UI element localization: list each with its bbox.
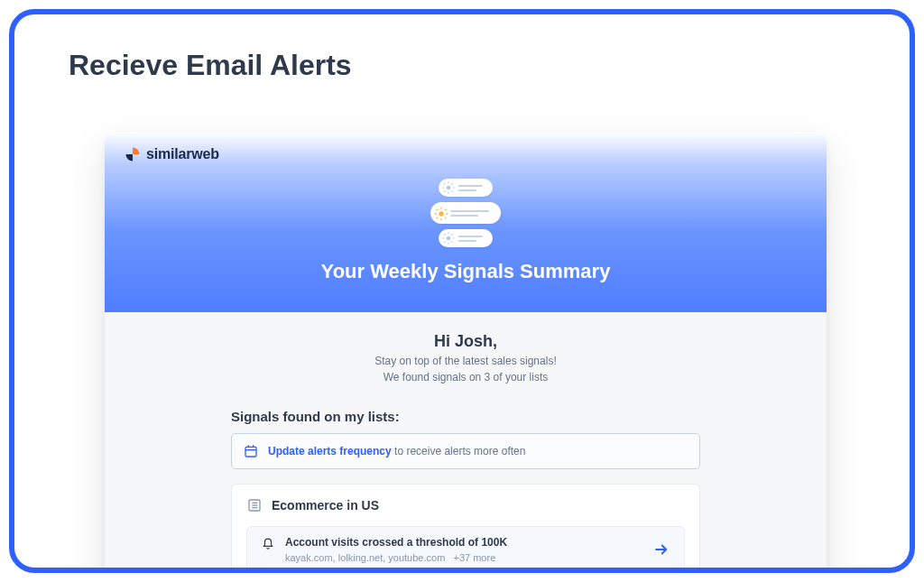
sun-icon xyxy=(434,207,447,219)
illustration-pill xyxy=(439,229,493,247)
svg-line-8 xyxy=(444,191,445,192)
illustration-pill-active xyxy=(430,202,501,224)
svg-line-25 xyxy=(452,242,453,243)
signal-item[interactable]: Account visits crossed a threshold of 10… xyxy=(246,526,685,573)
signal-item-more-count: +37 more xyxy=(453,552,495,563)
svg-line-15 xyxy=(437,209,438,210)
signals-section-label: Signals found on my lists: xyxy=(231,409,700,424)
greeting-subline-1: Stay on top of the latest sales signals! xyxy=(141,355,790,367)
email-body: Hi Josh, Stay on top of the latest sales… xyxy=(105,312,827,573)
email-preview-card: similarweb xyxy=(105,132,827,573)
list-icon xyxy=(246,497,263,513)
page-title: Recieve Email Alerts xyxy=(14,14,910,82)
update-frequency-rest: to receive alerts more often xyxy=(394,445,525,457)
signal-item-domains: kayak.com, lolking.net, youtube.com +37 … xyxy=(285,552,507,563)
email-header-title: Your Weekly Signals Summary xyxy=(105,260,827,283)
open-signal-arrow-button[interactable] xyxy=(651,540,671,559)
signal-item-title: Account visits crossed a threshold of 10… xyxy=(285,536,507,549)
product-screenshot-frame: Recieve Email Alerts similarweb xyxy=(9,9,915,573)
illustration-pill xyxy=(439,179,493,197)
svg-point-19 xyxy=(447,236,451,241)
email-header: similarweb xyxy=(105,132,827,312)
svg-line-18 xyxy=(445,209,446,210)
brand-logo-lockup: similarweb xyxy=(125,146,219,162)
svg-line-16 xyxy=(445,217,446,218)
svg-line-7 xyxy=(452,191,453,192)
signal-list-title: Ecommerce in US xyxy=(272,498,379,513)
calendar-icon xyxy=(243,443,259,459)
bell-icon xyxy=(260,536,276,552)
update-frequency-link[interactable]: Update alerts frequency xyxy=(268,445,392,457)
greeting-subline-2: We found signals on 3 of your lists xyxy=(141,371,790,383)
header-illustration xyxy=(105,179,827,247)
svg-line-24 xyxy=(444,234,445,235)
svg-line-26 xyxy=(444,242,445,243)
svg-line-6 xyxy=(444,183,445,184)
sun-icon xyxy=(442,181,455,194)
svg-line-17 xyxy=(437,217,438,218)
svg-line-9 xyxy=(452,183,453,184)
signal-list-card: Ecommerce in US Account visits crossed a… xyxy=(231,484,700,573)
svg-point-1 xyxy=(447,186,451,190)
greeting-text: Hi Josh, xyxy=(141,332,790,351)
brand-name: similarweb xyxy=(146,146,219,162)
update-frequency-banner[interactable]: Update alerts frequency to receive alert… xyxy=(231,433,700,469)
signal-list-title-row: Ecommerce in US xyxy=(246,497,685,513)
svg-line-27 xyxy=(452,234,453,235)
similarweb-logo-icon xyxy=(125,146,141,162)
sun-icon xyxy=(442,232,455,245)
svg-point-10 xyxy=(439,211,443,216)
svg-rect-28 xyxy=(245,447,256,457)
